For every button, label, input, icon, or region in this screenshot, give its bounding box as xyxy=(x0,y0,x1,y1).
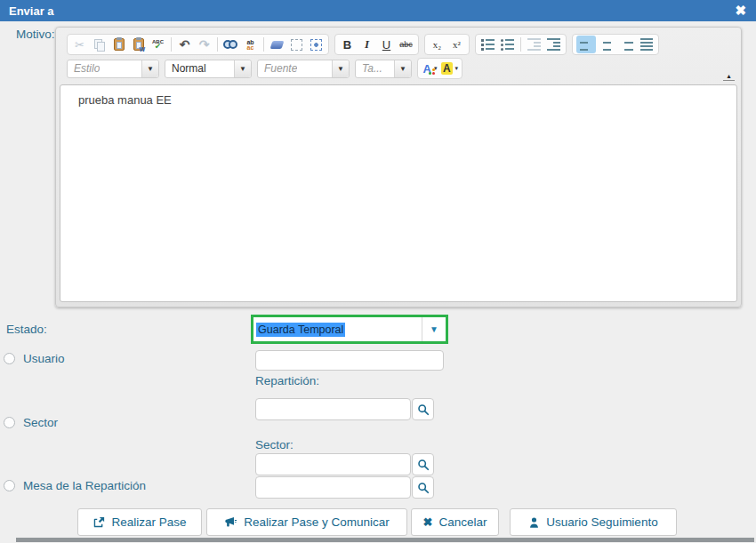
select-all-icon[interactable] xyxy=(288,36,305,52)
sector-radio[interactable] xyxy=(4,417,15,428)
paste-icon[interactable] xyxy=(110,36,127,52)
realizar-pase-button[interactable]: Realizar Pase xyxy=(77,508,202,536)
editor-content-area[interactable]: prueba manua EE xyxy=(60,84,737,302)
italic-icon[interactable]: I xyxy=(358,36,375,52)
close-icon[interactable]: ✖ xyxy=(735,2,746,20)
size-dropdown-value: Ta... xyxy=(356,62,382,75)
subscript-icon[interactable]: x₂ xyxy=(429,36,446,52)
reparticion-search-row xyxy=(255,398,434,420)
window-bottom-edge xyxy=(16,538,754,542)
editor-text: prueba manua EE xyxy=(78,93,172,107)
enviar-a-dialog: Enviar a ✖ Motivo: ✂ W ABC ✔ ↶ ↷ xyxy=(0,0,756,543)
estado-dropdown[interactable]: Guarda Temporal ▼ xyxy=(251,315,448,344)
usuario-radio[interactable] xyxy=(4,353,15,364)
outdent-icon[interactable] xyxy=(526,36,543,52)
mesa-input[interactable] xyxy=(255,476,411,499)
list-indent-group xyxy=(475,34,567,55)
toolbar-separator xyxy=(263,37,264,52)
font-dropdown[interactable]: Fuente ▼ xyxy=(257,60,350,78)
background-color-icon[interactable]: A▾ xyxy=(441,60,458,76)
dropdown-arrow-icon[interactable]: ▼ xyxy=(422,317,446,341)
estado-label: Estado: xyxy=(6,323,47,336)
reparticion-input[interactable] xyxy=(255,398,411,420)
copy-glyph xyxy=(94,39,105,51)
collapse-toolbar-icon[interactable]: ▴ xyxy=(723,70,735,81)
caret-icon: ▾ xyxy=(434,65,438,72)
script-group: x₂ x² xyxy=(424,34,470,55)
mesa-radio[interactable] xyxy=(4,480,15,491)
eraser-icon[interactable] xyxy=(269,36,286,52)
realizar-pase-comunicar-button[interactable]: Realizar Pase y Comunicar xyxy=(206,508,407,536)
undo-icon[interactable]: ↶ xyxy=(176,36,193,52)
usuario-radio-row: Usuario xyxy=(4,352,65,365)
realizar-pase-label: Realizar Pase xyxy=(111,515,186,529)
user-icon xyxy=(528,516,540,529)
search-icon xyxy=(417,459,430,471)
caret-icon: ▾ xyxy=(455,65,459,72)
align-right-icon[interactable] xyxy=(618,36,635,52)
spellcheck-icon[interactable]: ABC ✔ xyxy=(149,36,166,52)
usuario-seguimiento-label: Usuario Seguimiento xyxy=(546,515,657,529)
paste-from-word-icon[interactable]: W xyxy=(130,36,147,52)
superscript-icon[interactable]: x² xyxy=(448,36,465,52)
container-select-icon[interactable] xyxy=(308,36,325,52)
sector-input[interactable] xyxy=(255,453,411,475)
forward-icon xyxy=(92,516,105,529)
indent-icon[interactable] xyxy=(545,36,562,52)
usuario-seguimiento-button[interactable]: Usuario Seguimiento xyxy=(510,508,677,536)
alignment-group xyxy=(572,34,659,55)
cut-icon[interactable]: ✂ xyxy=(71,36,88,52)
justify-icon[interactable] xyxy=(638,36,655,52)
reparticion-search-button[interactable] xyxy=(412,398,434,420)
redo-icon[interactable]: ↷ xyxy=(196,36,213,52)
usuario-input[interactable] xyxy=(255,350,444,371)
strikethrough-icon[interactable]: abc xyxy=(398,36,414,52)
style-dropdown[interactable]: Estilo ▼ xyxy=(67,60,159,78)
sector-field-label: Sector: xyxy=(255,438,294,451)
sector-search-row xyxy=(255,453,434,475)
style-dropdown-value: Estilo xyxy=(68,62,100,75)
copy-icon[interactable] xyxy=(91,36,108,52)
cancelar-label: Cancelar xyxy=(438,515,487,529)
bullet-list-icon[interactable] xyxy=(499,36,516,52)
toolbar-separator xyxy=(217,37,218,52)
editor-toolbar-row1: ✂ W ABC ✔ ↶ ↷ ab ac xyxy=(56,28,741,56)
format-dropdown-value: Normal xyxy=(165,62,206,75)
size-dropdown[interactable]: Ta... ▼ xyxy=(355,60,412,78)
dialog-titlebar: Enviar a ✖ xyxy=(0,0,756,21)
numbered-list-icon[interactable] xyxy=(479,36,496,52)
usuario-radio-label: Usuario xyxy=(23,352,65,365)
paste-glyph xyxy=(114,38,125,51)
estado-selected-value: Guarda Temporal xyxy=(256,323,345,337)
toolbar-separator xyxy=(520,37,521,52)
format-dropdown[interactable]: Normal ▼ xyxy=(165,60,252,78)
replace-icon[interactable]: ab ac xyxy=(242,36,259,52)
toolbar-separator xyxy=(171,37,172,52)
align-center-icon[interactable] xyxy=(599,36,615,52)
x-icon: ✖ xyxy=(423,515,433,529)
chevron-down-icon[interactable]: ▼ xyxy=(234,60,251,77)
mesa-radio-row: Mesa de la Repartición xyxy=(4,479,146,492)
mesa-search-button[interactable] xyxy=(412,476,434,499)
sector-radio-label: Sector xyxy=(23,416,58,429)
chevron-down-icon[interactable]: ▼ xyxy=(141,60,158,77)
search-icon xyxy=(417,482,430,494)
replace-bottom-text: ac xyxy=(247,44,254,51)
clipboard-group: ✂ W ABC ✔ ↶ ↷ ab ac xyxy=(67,34,329,55)
search-icon xyxy=(417,403,430,416)
chevron-down-icon[interactable]: ▼ xyxy=(394,60,411,77)
underline-icon[interactable]: U xyxy=(378,36,395,52)
megaphone-icon xyxy=(224,516,237,529)
dialog-title: Enviar a xyxy=(0,4,54,18)
cancelar-button[interactable]: ✖ Cancelar xyxy=(411,508,499,536)
text-color-icon[interactable]: A▾ xyxy=(422,60,438,76)
chevron-down-icon[interactable]: ▼ xyxy=(332,60,349,77)
editor-toolbar-row2: Estilo ▼ Normal ▼ Fuente ▼ Ta... ▼ A▾ A▾ xyxy=(56,56,741,81)
font-dropdown-value: Fuente xyxy=(258,62,297,75)
bold-icon[interactable]: B xyxy=(339,36,356,52)
align-left-icon[interactable] xyxy=(576,36,596,53)
mesa-radio-label: Mesa de la Repartición xyxy=(23,479,146,492)
realizar-pase-comunicar-label: Realizar Pase y Comunicar xyxy=(244,515,390,529)
find-icon[interactable] xyxy=(222,36,239,52)
sector-search-button[interactable] xyxy=(412,453,434,475)
